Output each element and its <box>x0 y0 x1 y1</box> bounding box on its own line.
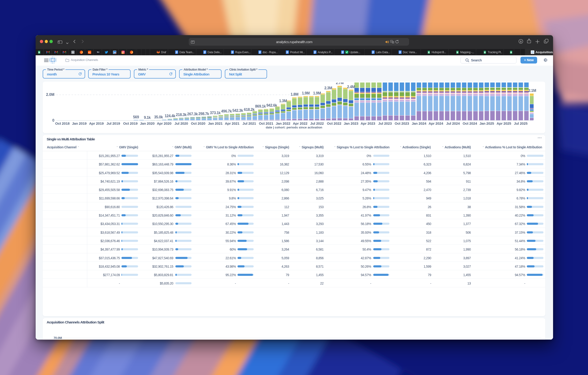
svg-text:Jul 2023: Jul 2023 <box>378 121 392 125</box>
svg-text:A: A <box>391 40 392 42</box>
svg-text:2.0M: 2.0M <box>46 93 54 97</box>
svg-text:942.6k: 942.6k <box>266 103 277 107</box>
svg-text:Jul 2019: Jul 2019 <box>106 121 120 125</box>
svg-text:124.4k: 124.4k <box>165 114 175 118</box>
svg-text:Jul 2020: Jul 2020 <box>174 121 188 125</box>
svg-text:Apr 2023: Apr 2023 <box>361 121 375 125</box>
svg-text:Apr 2025: Apr 2025 <box>497 121 511 125</box>
svg-text:Oct 2018: Oct 2018 <box>55 121 70 125</box>
svg-text:1.9M: 1.9M <box>302 91 309 95</box>
svg-text:9.1k: 9.1k <box>144 115 151 120</box>
svg-text:2.7M: 2.7M <box>336 83 344 85</box>
svg-text:Jan 2021: Jan 2021 <box>208 121 223 125</box>
svg-text:Apr 2021: Apr 2021 <box>225 121 240 125</box>
svg-text:G: G <box>72 51 74 53</box>
svg-text:267.3k: 267.3k <box>187 112 198 116</box>
svg-text:Oct 2022: Oct 2022 <box>327 121 341 125</box>
svg-text:Jul 2025: Jul 2025 <box>514 121 528 125</box>
svg-text:Oct 2023: Oct 2023 <box>395 121 409 125</box>
svg-text:869.1k: 869.1k <box>255 104 266 108</box>
svg-text:2.4M: 2.4M <box>347 85 355 89</box>
svg-text:Jan 2019: Jan 2019 <box>72 121 86 125</box>
svg-text:Jan 2022: Jan 2022 <box>276 121 290 125</box>
svg-text:1.3M: 1.3M <box>279 99 287 103</box>
svg-text:218.3k: 218.3k <box>176 113 187 117</box>
svg-text:Jan 2024: Jan 2024 <box>412 121 426 125</box>
svg-text:date | cohort: periods since a: date | cohort: periods since activation <box>266 126 322 129</box>
svg-text:2.1M: 2.1M <box>528 89 536 93</box>
svg-text:Jan 2023: Jan 2023 <box>344 121 358 125</box>
svg-text:Apr 2019: Apr 2019 <box>89 121 104 125</box>
svg-text:Jul 2022: Jul 2022 <box>310 121 324 125</box>
svg-text:35.0k: 35.0k <box>154 115 163 119</box>
svg-text:2.3M: 2.3M <box>324 86 332 90</box>
svg-text:298.7k: 298.7k <box>198 112 209 116</box>
svg-text:1.9M: 1.9M <box>313 91 321 95</box>
svg-text:Jul 2021: Jul 2021 <box>242 121 256 125</box>
svg-text:496.7k: 496.7k <box>221 109 232 113</box>
svg-text:542.3k: 542.3k <box>232 108 243 113</box>
svg-text:Oct 2024: Oct 2024 <box>462 121 477 125</box>
svg-text:Apr 2024: Apr 2024 <box>429 121 443 125</box>
svg-text:373.1k: 373.1k <box>210 111 220 115</box>
svg-text:Jan 2020: Jan 2020 <box>140 121 155 125</box>
svg-text:569: 569 <box>133 115 139 119</box>
svg-text:1.8M: 1.8M <box>291 92 298 96</box>
svg-text:Apr 2020: Apr 2020 <box>157 121 171 125</box>
svg-text:Jul 2024: Jul 2024 <box>446 121 460 125</box>
svg-text:0: 0 <box>52 118 54 122</box>
svg-text:618.2k: 618.2k <box>244 108 255 112</box>
svg-text:Jan 2025: Jan 2025 <box>479 121 494 125</box>
svg-text:Oct 2020: Oct 2020 <box>191 121 205 125</box>
svg-text:文: 文 <box>392 42 394 43</box>
svg-text:Oct 2021: Oct 2021 <box>259 121 273 125</box>
svg-text:Apr 2022: Apr 2022 <box>293 121 307 125</box>
svg-text:Oct 2019: Oct 2019 <box>123 121 137 125</box>
